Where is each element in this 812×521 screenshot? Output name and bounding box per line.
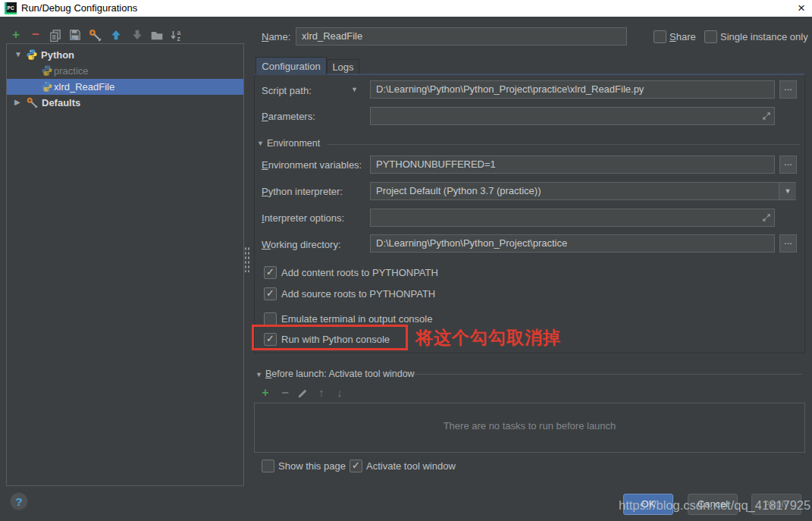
svg-text:PC: PC xyxy=(8,5,14,11)
expand-field-icon[interactable] xyxy=(761,212,772,223)
parameters-label: Parameters: xyxy=(262,111,315,122)
environment-variables-browse-button[interactable]: ... xyxy=(779,155,797,174)
activate-tool-window-label: Activate tool window xyxy=(366,460,456,472)
apply-button[interactable]: Apply xyxy=(751,494,801,515)
single-instance-label: Single instance only xyxy=(720,31,808,42)
interpreter-options-label: Interpreter options: xyxy=(262,212,344,224)
section-divider xyxy=(414,374,802,375)
tree-group-defaults[interactable]: ▶ Defaults xyxy=(7,95,243,111)
remove-configuration-button[interactable]: − xyxy=(29,28,42,42)
splitter-handle[interactable] xyxy=(244,246,250,272)
environment-variables-label: Environment variables: xyxy=(262,159,362,171)
check-icon: ✓ xyxy=(266,266,274,278)
move-down-icon[interactable] xyxy=(130,28,144,42)
tree-group-label: Defaults xyxy=(42,97,80,108)
before-launch-move-down-icon[interactable]: ↓ xyxy=(333,386,346,400)
tab-logs[interactable]: Logs xyxy=(327,59,359,75)
script-path-label: Script path: xyxy=(262,85,312,96)
check-icon: ✓ xyxy=(352,460,360,471)
run-debug-configurations-dialog: PC Run/Debug Configurations × + − ▼ Pyth… xyxy=(0,0,812,521)
interpreter-options-input[interactable] xyxy=(370,209,775,227)
chevron-down-icon[interactable]: ▼ xyxy=(256,371,262,378)
show-this-page-checkbox[interactable] xyxy=(262,460,274,472)
run-with-python-console-label: Run with Python console xyxy=(281,334,390,345)
tree-group-label: Python xyxy=(41,49,74,61)
tree-item-practice[interactable]: practice xyxy=(7,63,243,79)
chevron-down-icon[interactable]: ▼ xyxy=(257,140,264,147)
tree-item-label: xlrd_ReadFile xyxy=(54,81,114,93)
check-icon: ✓ xyxy=(266,333,274,344)
parameters-input[interactable] xyxy=(370,107,775,125)
activate-tool-window-checkbox[interactable]: ✓ xyxy=(350,460,362,472)
working-directory-browse-button[interactable]: ... xyxy=(779,234,797,253)
python-icon xyxy=(41,64,53,77)
chevron-right-icon[interactable]: ▶ xyxy=(14,98,20,106)
tree-item-xlrd-readfile-selected[interactable]: xlrd_ReadFile xyxy=(7,79,243,95)
run-with-python-console-checkbox[interactable]: ✓ xyxy=(264,333,277,346)
before-launch-move-up-icon[interactable]: ↑ xyxy=(315,386,328,400)
section-divider xyxy=(328,144,800,145)
add-content-roots-label: Add content roots to PYTHONPATH xyxy=(281,267,438,278)
environment-variables-input[interactable]: PYTHONUNBUFFERED=1 xyxy=(370,155,775,174)
window-title: Run/Debug Configurations xyxy=(21,2,137,14)
cancel-button[interactable]: Cancel xyxy=(688,494,738,515)
add-content-roots-checkbox[interactable]: ✓ xyxy=(264,266,277,279)
expand-field-icon[interactable] xyxy=(761,111,772,121)
emulate-terminal-label: Emulate terminal in output console xyxy=(281,313,432,325)
working-directory-input[interactable]: D:\Learning\Python\Python_Project\practi… xyxy=(370,234,775,253)
python-interpreter-label: Python interpreter: xyxy=(262,186,343,197)
tree-item-label: practice xyxy=(54,65,89,77)
title-bar: PC Run/Debug Configurations × xyxy=(0,0,812,17)
close-icon[interactable]: × xyxy=(798,1,805,16)
add-source-roots-checkbox[interactable]: ✓ xyxy=(264,287,277,300)
script-path-browse-button[interactable]: ... xyxy=(779,80,797,99)
emulate-terminal-checkbox[interactable] xyxy=(264,312,277,325)
before-launch-task-list: There are no tasks to run before launch xyxy=(254,403,805,453)
python-icon xyxy=(41,80,53,93)
before-launch-header[interactable]: Before launch: Activate tool window xyxy=(265,369,415,379)
edit-defaults-wrench-icon[interactable] xyxy=(88,28,102,42)
before-launch-add-button[interactable]: + xyxy=(259,386,272,400)
wrench-icon xyxy=(26,96,38,108)
copy-configuration-icon[interactable] xyxy=(49,28,62,42)
add-source-roots-label: Add source roots to PYTHONPATH xyxy=(281,288,435,300)
chevron-down-icon[interactable]: ▼ xyxy=(351,86,358,93)
python-interpreter-combobox[interactable]: Project Default (Python 3.7 (practice)) xyxy=(370,182,796,200)
python-icon xyxy=(26,49,38,61)
configurations-tree: ▼ Python practice xlrd_ReadFile ▶ Defaul… xyxy=(6,43,244,486)
new-folder-icon[interactable] xyxy=(150,28,164,42)
add-configuration-button[interactable]: + xyxy=(9,28,23,42)
name-input[interactable]: xlrd_ReadFile xyxy=(296,27,627,46)
environment-section-label[interactable]: Environment xyxy=(267,138,320,149)
empty-task-list-text: There are no tasks to run before launch xyxy=(255,420,804,432)
single-instance-checkbox[interactable] xyxy=(704,30,717,43)
tree-group-python[interactable]: ▼ Python xyxy=(7,47,243,63)
working-directory-label: Working directory: xyxy=(262,239,341,250)
help-button[interactable]: ? xyxy=(10,492,28,510)
show-this-page-label: Show this page xyxy=(278,460,346,472)
before-launch-edit-pencil-icon[interactable] xyxy=(296,388,309,400)
share-checkbox[interactable] xyxy=(654,30,666,43)
save-configuration-icon[interactable] xyxy=(68,28,82,42)
combobox-arrow-icon[interactable]: ▼ xyxy=(779,183,796,199)
sort-alphabetically-icon[interactable] xyxy=(170,28,183,42)
tab-configuration[interactable]: Configuration xyxy=(256,57,327,75)
ok-button[interactable]: OK xyxy=(623,494,673,515)
script-path-input[interactable]: D:\Learning\Python\Python_Project\practi… xyxy=(370,80,775,99)
share-label: Share xyxy=(669,31,696,42)
move-up-icon[interactable] xyxy=(109,28,123,42)
check-icon: ✓ xyxy=(266,287,274,299)
before-launch-remove-button[interactable]: − xyxy=(278,386,292,400)
chevron-down-icon[interactable]: ▼ xyxy=(14,50,22,58)
name-label: Name: xyxy=(262,31,290,42)
annotation-text: 将这个勾勾取消掉 xyxy=(415,326,561,350)
pycharm-app-icon: PC xyxy=(5,2,17,14)
